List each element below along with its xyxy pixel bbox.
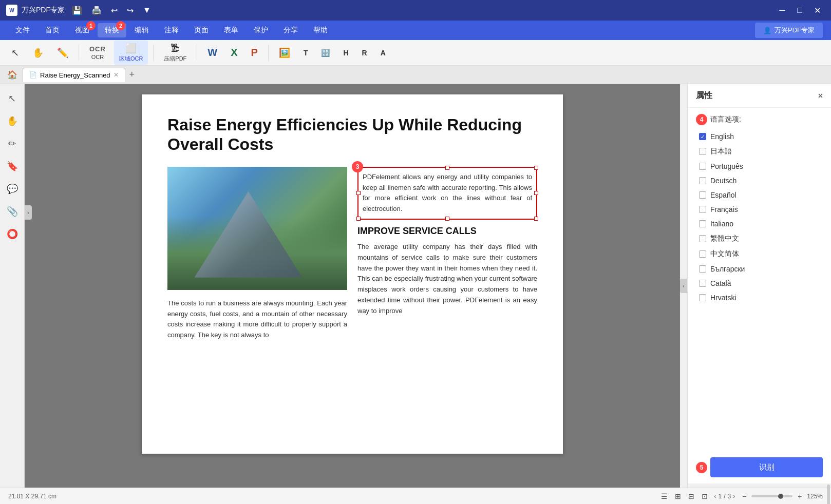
dropdown-icon[interactable]: ▼ <box>140 5 154 16</box>
close-button[interactable]: ✕ <box>809 3 825 18</box>
view-list[interactable]: ☰ <box>659 491 670 502</box>
sidebar-hand[interactable]: ✋ <box>3 112 22 130</box>
tool4-button[interactable]: H <box>338 47 353 59</box>
separator-4 <box>268 45 269 61</box>
lang-croatian[interactable]: Hrvatski <box>696 292 823 304</box>
lang-checkbox-deutsch[interactable] <box>699 177 706 184</box>
menu-page[interactable]: 页面 <box>187 23 216 37</box>
view-grid2[interactable]: ⊞ <box>672 491 684 502</box>
sidebar-shape[interactable]: ⭕ <box>3 225 22 243</box>
word-icon: W <box>207 47 217 59</box>
to-ppt-button[interactable]: P <box>246 45 263 61</box>
lang-checkbox-italian[interactable] <box>699 220 706 227</box>
menu-file[interactable]: 文件 <box>8 23 37 37</box>
to-text-button[interactable]: T <box>298 47 313 59</box>
tab-label: Raise Energy_Scanned <box>40 71 110 79</box>
lang-checkbox-catalan[interactable] <box>699 280 706 287</box>
menu-view[interactable]: 视图 1 <box>68 23 97 37</box>
menu-edit[interactable]: 编辑 <box>127 23 156 37</box>
zoom-slider[interactable] <box>751 495 792 497</box>
scroll-thumb[interactable] <box>827 484 830 504</box>
lang-traditional-chinese[interactable]: 繁體中文 <box>696 232 823 245</box>
ocr-button[interactable]: OCR OCR <box>84 43 111 62</box>
text-icon: T <box>304 49 308 57</box>
menu-annotate[interactable]: 注释 <box>157 23 186 37</box>
menu-protect[interactable]: 保护 <box>247 23 275 37</box>
lang-checkbox-bulgarian[interactable] <box>699 265 706 273</box>
right-panel-collapse[interactable]: ‹ <box>680 279 687 293</box>
lang-simplified-chinese[interactable]: 中文简体 <box>696 247 823 261</box>
tool3-button[interactable]: 🔡 <box>316 47 335 59</box>
panel-close-button[interactable]: × <box>818 91 823 101</box>
lang-portuguese[interactable]: Português <box>696 160 823 172</box>
undo-icon[interactable]: ↩ <box>108 5 121 16</box>
lang-checkbox-french[interactable] <box>699 206 706 213</box>
lang-label-spanish: Español <box>710 191 736 199</box>
view-more[interactable]: ⊡ <box>699 491 710 502</box>
view-grid4[interactable]: ⊟ <box>686 491 697 502</box>
pdf-left-col: The costs to run a business are always m… <box>167 167 347 341</box>
lang-japanese[interactable]: 日本語 <box>696 145 823 158</box>
hand-tool[interactable]: ✋ <box>27 45 49 61</box>
tool5-button[interactable]: R <box>357 47 372 59</box>
lang-checkbox-simplified-chinese[interactable] <box>699 250 706 258</box>
to-image-button[interactable]: 🖼️ <box>274 45 295 61</box>
menu-form[interactable]: 表单 <box>217 23 245 37</box>
lang-checkbox-traditional-chinese[interactable] <box>699 235 706 242</box>
menu-home[interactable]: 首页 <box>38 23 67 37</box>
zoom-out-button[interactable]: − <box>739 491 749 501</box>
lang-checkbox-spanish[interactable] <box>699 191 706 199</box>
lang-checkbox-japanese[interactable] <box>699 148 706 155</box>
menu-share[interactable]: 分享 <box>276 23 305 37</box>
handle-bm[interactable] <box>445 217 449 221</box>
print-icon[interactable]: 🖨️ <box>88 5 105 16</box>
to-excel-button[interactable]: X <box>225 45 242 61</box>
pdf-selected-box[interactable]: PDFelement allows any energy and utility… <box>357 167 537 220</box>
lang-deutsch[interactable]: Deutsch <box>696 175 823 187</box>
lang-checkbox-portuguese[interactable] <box>699 163 706 170</box>
handle-br[interactable] <box>534 217 538 221</box>
panel-scrollbar <box>688 483 831 488</box>
lang-english[interactable]: English <box>696 130 823 143</box>
tab-document[interactable]: 📄 Raise Energy_Scanned ✕ <box>23 68 125 82</box>
handle-tm[interactable] <box>445 166 449 170</box>
menu-help[interactable]: 帮助 <box>306 23 335 37</box>
lang-spanish[interactable]: Español <box>696 189 823 201</box>
user-button[interactable]: 👤 万兴PDF专家 <box>755 23 823 38</box>
handle-mr[interactable] <box>534 191 538 195</box>
lang-french[interactable]: Français <box>696 203 823 216</box>
sidebar-attach[interactable]: 📎 <box>3 202 22 221</box>
zoom-in-button[interactable]: + <box>795 491 805 501</box>
zoom-thumb[interactable] <box>778 494 783 499</box>
recognize-button[interactable]: 识别 <box>710 457 823 477</box>
tab-close-button[interactable]: ✕ <box>114 71 119 79</box>
menu-convert[interactable]: 转换 2 <box>98 23 126 37</box>
edit-tool[interactable]: ✏️ <box>52 45 73 61</box>
handle-tr[interactable] <box>534 166 538 170</box>
next-page-button[interactable]: › <box>733 493 735 500</box>
handle-ml[interactable] <box>356 191 361 195</box>
lang-checkbox-croatian[interactable] <box>699 294 706 301</box>
tool6-button[interactable]: A <box>375 47 391 59</box>
cursor-tool[interactable]: ↖ <box>6 45 24 61</box>
sidebar-comment[interactable]: 💬 <box>3 180 22 198</box>
maximize-button[interactable]: □ <box>792 3 807 18</box>
minimize-button[interactable]: ─ <box>775 3 790 18</box>
home-tab[interactable]: 🏠 <box>4 67 21 83</box>
save-icon[interactable]: 💾 <box>69 5 85 16</box>
redo-icon[interactable]: ↪ <box>124 5 137 16</box>
sidebar-edit[interactable]: ✏ <box>3 134 22 153</box>
new-tab-button[interactable]: + <box>127 67 137 82</box>
sidebar-bookmark[interactable]: 🔖 <box>3 157 22 176</box>
to-word-button[interactable]: W <box>202 45 222 61</box>
handle-bl[interactable] <box>356 217 361 221</box>
lang-checkbox-english[interactable] <box>699 133 706 140</box>
prev-page-button[interactable]: ‹ <box>714 493 716 500</box>
region-ocr-button[interactable]: ⬜ 区域OCR <box>114 41 148 65</box>
lang-catalan[interactable]: Català <box>696 277 823 289</box>
left-sidebar-collapse[interactable]: › <box>25 205 32 220</box>
lang-bulgarian[interactable]: Български <box>696 263 823 275</box>
lang-italian[interactable]: Italiano <box>696 218 823 230</box>
compress-button[interactable]: 🗜 压缩PDF <box>159 41 192 65</box>
sidebar-cursor[interactable]: ↖ <box>3 89 22 108</box>
